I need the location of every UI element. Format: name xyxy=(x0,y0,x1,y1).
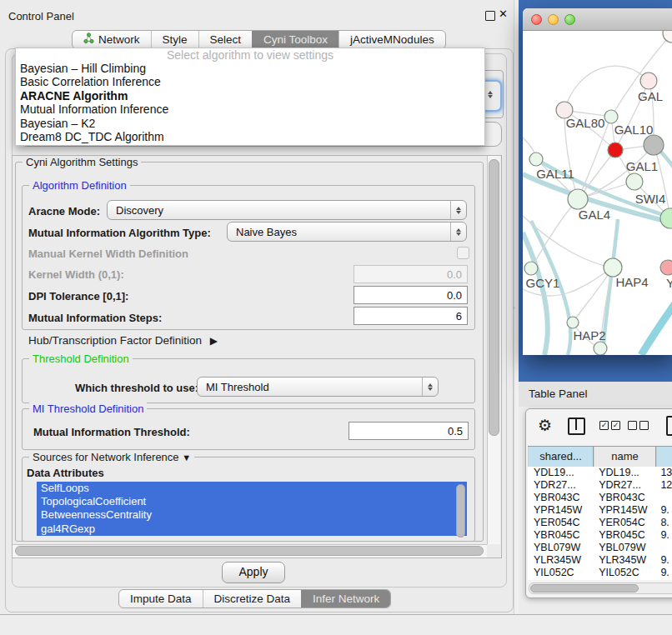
manual-kernel-label: Manual Kernel Width Definition xyxy=(28,248,188,260)
float-window-icon[interactable] xyxy=(485,11,495,21)
network-node[interactable] xyxy=(663,31,672,42)
network-node-gal10[interactable] xyxy=(604,110,618,123)
bottom-tab-infer-network[interactable]: Infer Network xyxy=(301,590,390,608)
table-cell: 9. xyxy=(654,529,672,542)
network-node-gal4[interactable] xyxy=(568,189,588,209)
splitter-handle-icon[interactable]: ◦ xyxy=(513,304,519,312)
deselect-all-icon[interactable] xyxy=(628,421,649,430)
table-row[interactable]: YIL052CYIL052C9. xyxy=(528,567,672,579)
group-title: MI Threshold Definition xyxy=(29,402,147,415)
network-node-swi4[interactable] xyxy=(660,208,672,228)
chevron-down-icon[interactable]: ▼ xyxy=(182,452,191,462)
column-header-shared[interactable]: shared... xyxy=(528,447,594,468)
table-row[interactable]: YBR045CYBR045C9. xyxy=(528,529,672,542)
network-node-gal1[interactable] xyxy=(626,173,643,190)
column-header-name[interactable]: name xyxy=(594,447,656,468)
stepper-icon xyxy=(450,201,466,219)
table-cell: 12 xyxy=(654,479,672,492)
network-node[interactable] xyxy=(608,142,623,158)
network-node-gal11[interactable] xyxy=(529,152,543,166)
table-row[interactable]: YDR27...YDR27...12 xyxy=(528,479,672,492)
tab-cyni-toolbox[interactable]: Cyni Toolbox xyxy=(252,31,339,48)
table-row[interactable]: YPR145WYPR145W9. xyxy=(528,504,672,517)
mi-type-label: Mutual Information Algorithm Type: xyxy=(28,227,211,239)
node-label: HAP2 xyxy=(573,328,605,342)
attributes-scrollbar-thumb[interactable] xyxy=(456,484,465,538)
new-column-icon[interactable] xyxy=(666,416,672,436)
which-threshold-label: Which threshold to use: xyxy=(75,382,198,394)
bottom-tab-impute-data[interactable]: Impute Data xyxy=(119,590,203,608)
attribute-item[interactable]: SelfLoops xyxy=(37,482,467,495)
dropdown-item[interactable]: Bayesian – K2 xyxy=(16,117,484,130)
hub-definition-toggle[interactable]: Hub/Transcription Factor Definition ▶ xyxy=(28,334,218,347)
tab-jactivemnodules[interactable]: jActiveMNodules xyxy=(339,31,445,48)
table-cell: YBR043C xyxy=(593,492,654,504)
mi-type-combobox[interactable]: Naive Bayes xyxy=(227,222,467,242)
dropdown-item[interactable]: Bayesian – Hill Climbing xyxy=(16,62,484,75)
network-node-hap4[interactable] xyxy=(604,258,622,277)
table-cell: 8. xyxy=(654,517,672,529)
apply-button[interactable]: Apply xyxy=(222,562,285,583)
node-label: Y xyxy=(666,276,672,290)
tab-select[interactable]: Select xyxy=(198,31,253,48)
table-row[interactable]: YER054CYER054C8. xyxy=(528,517,672,529)
mi-threshold-field[interactable] xyxy=(349,422,469,440)
table-scrollbar-thumb[interactable] xyxy=(530,584,639,592)
algorithm-dropdown: Select algorithm to view settings Bayesi… xyxy=(15,48,485,146)
dropdown-item[interactable]: Dream8 DC_TDC Algorithm xyxy=(16,130,484,143)
chevron-right-icon: ▶ xyxy=(210,335,218,347)
network-canvas[interactable]: GALGAL80GAL10GAL11GAL1SWI4GAL4GCY1HAP4YH… xyxy=(523,31,672,355)
mi-threshold-label: Mutual Information Threshold: xyxy=(33,426,190,438)
select-all-icon[interactable]: ✓✓ xyxy=(599,421,620,430)
table-row[interactable]: YDL19...YDL19...13 xyxy=(528,467,672,479)
network-node-gal[interactable] xyxy=(640,72,657,89)
table-row[interactable]: YBL079WYBL079W xyxy=(528,542,672,554)
horizontal-scrollbar-thumb[interactable] xyxy=(15,546,484,556)
data-attributes-label: Data Attributes xyxy=(27,467,104,479)
network-node-y[interactable] xyxy=(660,260,672,275)
bottom-tab-discretize-data[interactable]: Discretize Data xyxy=(203,590,302,608)
column-header[interactable] xyxy=(656,447,672,468)
attribute-item[interactable]: BetweennessCentrality xyxy=(37,508,467,522)
network-node[interactable] xyxy=(594,342,607,355)
mi-steps-field[interactable] xyxy=(354,307,468,325)
table-panel-title: Table Panel xyxy=(519,382,672,407)
dropdown-placeholder[interactable]: Select algorithm to view settings xyxy=(16,48,484,62)
gear-icon[interactable]: ⚙ xyxy=(538,418,552,434)
dpi-tolerance-label: DPI Tolerance [0,1]: xyxy=(28,290,128,302)
close-icon[interactable]: ✕ xyxy=(499,8,508,20)
tab-label: Impute Data xyxy=(130,590,192,608)
dropdown-item[interactable]: ARACNE Algorithm xyxy=(16,89,484,102)
kernel-width-field[interactable] xyxy=(354,265,468,283)
tab-network[interactable]: Network xyxy=(73,31,151,48)
minimize-traffic-light[interactable] xyxy=(548,14,559,25)
dropdown-item[interactable]: Mutual Information Inference xyxy=(16,102,484,116)
node-label: SWI4 xyxy=(635,192,666,206)
bottom-tabs: Impute DataDiscretize DataInfer Network xyxy=(118,589,391,608)
zoom-traffic-light[interactable] xyxy=(564,14,575,25)
network-node-hap2[interactable] xyxy=(567,317,579,328)
tab-style[interactable]: Style xyxy=(151,31,198,48)
attribute-item[interactable]: gal4RGexp xyxy=(37,522,467,536)
vertical-scrollbar-thumb[interactable] xyxy=(489,159,499,436)
table-row[interactable]: YLR345WYLR345W9. xyxy=(528,554,672,567)
network-window-titlebar[interactable] xyxy=(523,8,672,31)
dpi-tolerance-field[interactable] xyxy=(354,286,468,304)
attribute-item[interactable]: TopologicalCoefficient xyxy=(37,495,467,508)
which-threshold-combobox[interactable]: MI Threshold xyxy=(197,377,439,397)
network-node-gcy1[interactable] xyxy=(524,262,538,275)
network-node[interactable] xyxy=(644,135,664,155)
table-cell: YLR345W xyxy=(593,554,654,567)
table-cell: YPR145W xyxy=(593,504,654,517)
table-horizontal-scrollbar[interactable] xyxy=(529,582,672,594)
aracne-mode-combobox[interactable]: Discovery xyxy=(107,200,467,220)
table-row[interactable]: YBR043CYBR043C xyxy=(528,492,672,504)
control-panel-tabs: NetworkStyleSelectCyni ToolboxjActiveMNo… xyxy=(72,30,446,49)
dropdown-item[interactable]: Basic Correlation Inference xyxy=(16,75,484,88)
split-view-icon[interactable] xyxy=(568,418,585,435)
close-traffic-light[interactable] xyxy=(531,14,542,25)
manual-kernel-checkbox[interactable] xyxy=(457,247,469,259)
mi-steps-label: Mutual Information Steps: xyxy=(28,312,162,324)
node-label: GAL4 xyxy=(579,208,610,222)
table-cell: YBL079W xyxy=(528,542,593,554)
